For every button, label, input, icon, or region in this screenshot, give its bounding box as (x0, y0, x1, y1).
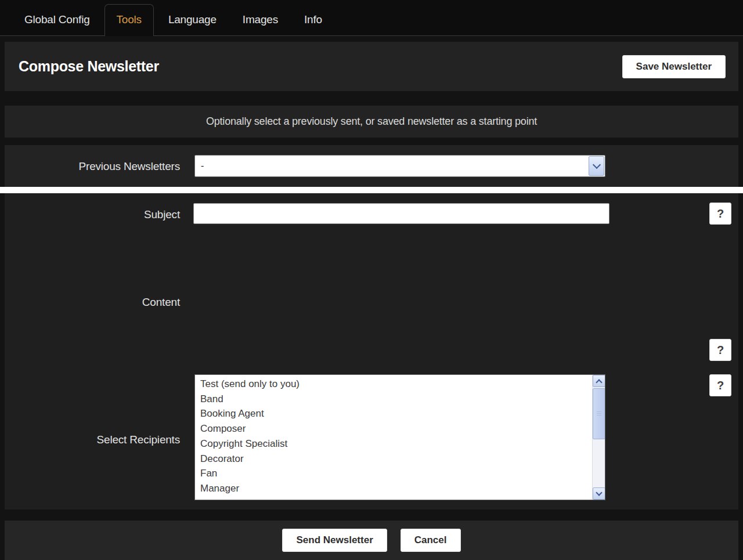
chevron-up-icon (596, 379, 602, 385)
scrollbar-thumb[interactable] (593, 388, 605, 439)
content-help-button[interactable]: ? (709, 339, 731, 361)
select-dropdown-button[interactable] (589, 156, 604, 176)
scroll-up-button[interactable] (593, 375, 605, 387)
chevron-down-icon (592, 161, 600, 169)
chevron-down-icon (596, 489, 602, 496)
recipient-option-fan[interactable]: Fan (200, 466, 591, 481)
previous-newsletters-label: Previous Newsletters (0, 160, 180, 173)
bottom-action-bar: Send Newsletter Cancel (5, 521, 738, 560)
previous-newsletters-select[interactable]: - (194, 155, 605, 177)
tab-tools[interactable]: Tools (104, 4, 154, 36)
subject-help-button[interactable]: ? (709, 203, 731, 225)
recipient-option-copyright-specialist[interactable]: Copyright Specialist (200, 436, 591, 451)
recipient-option-band[interactable]: Band (200, 392, 591, 407)
recipient-option-booking-agent[interactable]: Booking Agent (200, 406, 591, 421)
save-newsletter-button[interactable]: Save Newsletter (622, 55, 726, 78)
recipient-option-decorator[interactable]: Decorator (200, 451, 591, 467)
content-editor-area[interactable] (194, 232, 702, 371)
subject-input[interactable] (193, 203, 609, 224)
section-divider (0, 187, 743, 193)
send-newsletter-button[interactable]: Send Newsletter (282, 529, 387, 552)
tab-global-config[interactable]: Global Config (13, 5, 102, 35)
tab-images[interactable]: Images (231, 5, 290, 35)
recipient-option-composer[interactable]: Composer (200, 421, 591, 436)
cancel-button[interactable]: Cancel (401, 529, 461, 552)
recipients-options: Test (send only to you) Band Booking Age… (195, 377, 591, 500)
page-header: Compose Newsletter Save Newsletter (5, 42, 738, 91)
recipient-option-test[interactable]: Test (send only to you) (200, 377, 591, 392)
compose-newsletter-page: Global Config Tools Language Images Info… (0, 0, 743, 560)
selected-newsletter-value: - (201, 156, 204, 176)
tab-info[interactable]: Info (293, 5, 334, 35)
recipients-listbox[interactable]: Test (send only to you) Band Booking Age… (194, 374, 605, 500)
scroll-down-button[interactable] (593, 487, 605, 500)
recipient-option-manager[interactable]: Manager (200, 481, 591, 496)
listbox-scrollbar[interactable] (592, 375, 605, 500)
note-bar: Optionally select a previously sent, or … (5, 106, 738, 138)
tab-language[interactable]: Language (157, 5, 228, 35)
select-recipients-label: Select Recipients (0, 433, 180, 446)
content-label: Content (0, 296, 180, 309)
recipients-help-button[interactable]: ? (709, 374, 731, 396)
top-tab-bar: Global Config Tools Language Images Info (0, 0, 743, 36)
page-title: Compose Newsletter (19, 58, 159, 75)
note-text: Optionally select a previously sent, or … (206, 115, 537, 128)
subject-label: Subject (0, 208, 180, 221)
